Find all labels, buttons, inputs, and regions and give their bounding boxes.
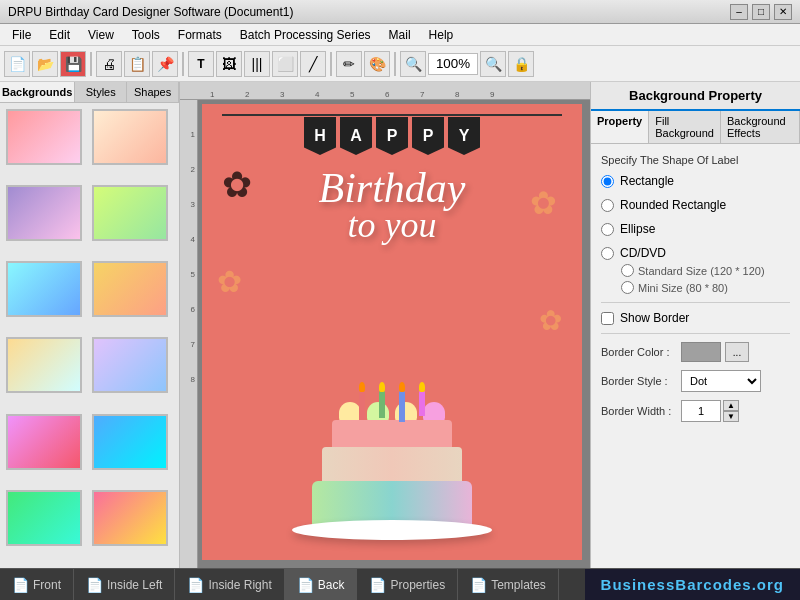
thumb-1[interactable]	[6, 109, 82, 165]
flag-string	[222, 114, 562, 116]
image-button[interactable]: 🖼	[216, 51, 242, 77]
barcode-button[interactable]: |||	[244, 51, 270, 77]
tab-icon-templates: 📄	[470, 577, 487, 593]
bottom-tab-inside_left[interactable]: 📄Inside Left	[74, 569, 175, 600]
bottom-tab-back[interactable]: 📄Back	[285, 569, 358, 600]
save-button[interactable]: 💾	[60, 51, 86, 77]
border-width-label: Border Width :	[601, 405, 681, 417]
right-panel: Background Property Property Fill Backgr…	[590, 82, 800, 568]
prop-tab-fill[interactable]: Fill Background	[649, 111, 721, 143]
text-button[interactable]: T	[188, 51, 214, 77]
border-width-input[interactable]: 1	[681, 400, 721, 422]
border-style-select[interactable]: Dot Dash Solid DashDot	[681, 370, 761, 392]
bottom-tab-front[interactable]: 📄Front	[0, 569, 74, 600]
separator-4	[394, 52, 396, 76]
ruler-top: 1 2 3 4 5 6 7 8 9	[180, 82, 590, 100]
radio-rectangle[interactable]: Rectangle	[601, 174, 790, 188]
panel-tab-shapes[interactable]: Shapes	[127, 82, 179, 102]
maximize-button[interactable]: □	[752, 4, 770, 20]
flag-a: A	[340, 117, 372, 155]
border-width-row: Border Width : 1 ▲ ▼	[601, 400, 790, 422]
zoom-lock-button[interactable]: 🔒	[508, 51, 534, 77]
canvas-area: 1 2 3 4 5 6 7 8 9 1 2 3 4 5 6 7 8 ✿ ✿ ✿ …	[180, 82, 590, 568]
left-panel: BackgroundsStylesShapes	[0, 82, 180, 568]
zoom-input[interactable]: 100%	[428, 53, 478, 75]
paste-button[interactable]: 📌	[152, 51, 178, 77]
print-button[interactable]: 🖨	[96, 51, 122, 77]
show-border-checkbox[interactable]	[601, 312, 614, 325]
shape-label: Specify The Shape Of Label	[601, 154, 790, 166]
bottom-tab-templates[interactable]: 📄Templates	[458, 569, 559, 600]
prop-tab-property[interactable]: Property	[591, 111, 649, 143]
draw-button[interactable]: ✏	[336, 51, 362, 77]
prop-tab-effects[interactable]: Background Effects	[721, 111, 800, 143]
shape-button[interactable]: ⬜	[272, 51, 298, 77]
thumb-7[interactable]	[6, 337, 82, 393]
menu-item-help[interactable]: Help	[421, 26, 462, 44]
radio-ellipse[interactable]: Ellipse	[601, 222, 790, 236]
spin-down[interactable]: ▼	[723, 411, 739, 422]
show-border-row: Show Border	[601, 311, 790, 325]
close-button[interactable]: ✕	[774, 4, 792, 20]
tab-label-inside_right: Inside Right	[208, 578, 271, 592]
zoom-out-button[interactable]: 🔍	[480, 51, 506, 77]
thumb-4[interactable]	[92, 185, 168, 241]
thumb-11[interactable]	[6, 490, 82, 546]
menu-item-view[interactable]: View	[80, 26, 122, 44]
color-button[interactable]: 🎨	[364, 51, 390, 77]
flower-left-top: ✿	[222, 164, 252, 206]
menu-bar: FileEditViewToolsFormatsBatch Processing…	[0, 24, 800, 46]
zoom-control: 🔍 100% 🔍 🔒	[400, 51, 534, 77]
tab-label-front: Front	[33, 578, 61, 592]
candle-1	[359, 390, 365, 420]
thumb-12[interactable]	[92, 490, 168, 546]
copy-button[interactable]: 📋	[124, 51, 150, 77]
border-color-swatch[interactable]	[681, 342, 721, 362]
menu-item-formats[interactable]: Formats	[170, 26, 230, 44]
minimize-button[interactable]: –	[730, 4, 748, 20]
menu-item-file[interactable]: File	[4, 26, 39, 44]
bottom-tab-properties[interactable]: 📄Properties	[357, 569, 458, 600]
thumb-3[interactable]	[6, 185, 82, 241]
show-border-label: Show Border	[620, 311, 689, 325]
cake	[292, 380, 492, 540]
menu-item-batch-processing-series[interactable]: Batch Processing Series	[232, 26, 379, 44]
cd-option-mini[interactable]: Mini Size (80 * 80)	[621, 281, 790, 294]
card-canvas[interactable]: ✿ ✿ ✿ ✿ H A P P Y Birthday to you	[202, 104, 582, 560]
panel-tab-styles[interactable]: Styles	[75, 82, 127, 102]
radio-rounded[interactable]: Rounded Rectangle	[601, 198, 790, 212]
cake-plate	[292, 520, 492, 540]
panel-tabs: BackgroundsStylesShapes	[0, 82, 179, 103]
cake-middle	[322, 447, 462, 485]
border-color-browse[interactable]: ...	[725, 342, 749, 362]
tab-label-back: Back	[318, 578, 345, 592]
open-button[interactable]: 📂	[32, 51, 58, 77]
thumb-5[interactable]	[6, 261, 82, 317]
thumb-6[interactable]	[92, 261, 168, 317]
divider-2	[601, 333, 790, 334]
thumb-10[interactable]	[92, 414, 168, 470]
tab-icon-front: 📄	[12, 577, 29, 593]
tab-icon-inside_left: 📄	[86, 577, 103, 593]
panel-tab-backgrounds[interactable]: Backgrounds	[0, 82, 75, 102]
spin-up[interactable]: ▲	[723, 400, 739, 411]
menu-item-edit[interactable]: Edit	[41, 26, 78, 44]
banner-flags: H A P P Y	[202, 104, 582, 164]
thumb-8[interactable]	[92, 337, 168, 393]
radio-cddvd[interactable]: CD/DVD	[601, 246, 790, 260]
to-you-text: to you	[348, 204, 437, 246]
menu-item-tools[interactable]: Tools	[124, 26, 168, 44]
branding: BusinessBarcodes.org	[585, 569, 800, 600]
tab-label-properties: Properties	[390, 578, 445, 592]
bg-property-header: Background Property	[591, 82, 800, 111]
cd-option-standard[interactable]: Standard Size (120 * 120)	[621, 264, 790, 277]
thumb-2[interactable]	[92, 109, 168, 165]
flag-p1: P	[376, 117, 408, 155]
menu-item-mail[interactable]: Mail	[381, 26, 419, 44]
bottom-tab-inside_right[interactable]: 📄Inside Right	[175, 569, 284, 600]
line-button[interactable]: ╱	[300, 51, 326, 77]
property-tabs: Property Fill Background Background Effe…	[591, 111, 800, 144]
thumb-9[interactable]	[6, 414, 82, 470]
new-button[interactable]: 📄	[4, 51, 30, 77]
flower-left-mid: ✿	[217, 264, 242, 299]
